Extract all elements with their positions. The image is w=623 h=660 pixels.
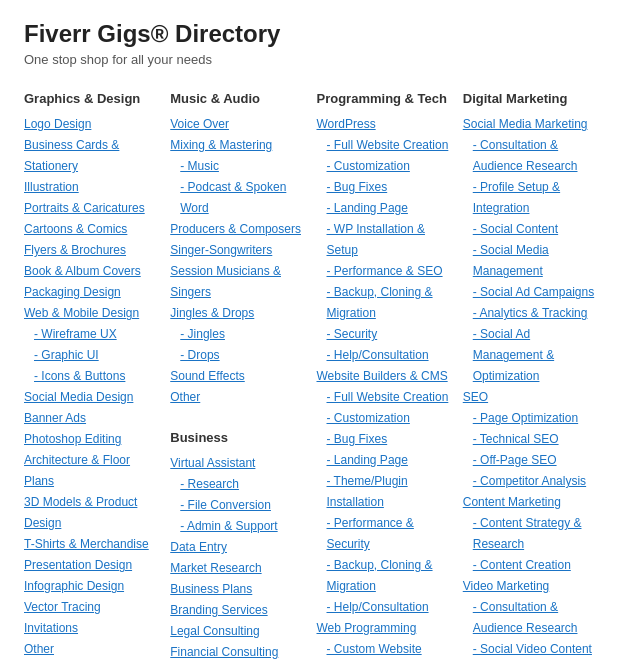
list-item[interactable]: - Music	[170, 156, 306, 177]
list-item[interactable]: - Help/Consultation	[317, 345, 453, 366]
list-item[interactable]: - Social Ad Management & Optimization	[463, 324, 599, 387]
list-item[interactable]: Photoshop Editing	[24, 429, 160, 450]
list-item[interactable]: - Analytics & Tracking	[463, 303, 599, 324]
list-item[interactable]: - Drops	[170, 345, 306, 366]
list-item[interactable]: Banner Ads	[24, 408, 160, 429]
list-item[interactable]: - Performance & SEO	[317, 261, 453, 282]
list-item[interactable]: - Full Website Creation	[317, 135, 453, 156]
list-item[interactable]: Financial Consulting	[170, 642, 306, 660]
section-title-1-0: Music & Audio	[170, 91, 306, 106]
section-3-0: Digital MarketingSocial Media Marketing-…	[463, 91, 599, 660]
list-item[interactable]: Portraits & Caricatures	[24, 198, 160, 219]
list-item[interactable]: - Backup, Cloning & Migration	[317, 282, 453, 324]
list-item[interactable]: Invitations	[24, 618, 160, 639]
list-item[interactable]: - Full Website Creation	[317, 387, 453, 408]
list-item[interactable]: Presentation Design	[24, 555, 160, 576]
list-item[interactable]: Illustration	[24, 177, 160, 198]
section-2-0: Programming & TechWordPress- Full Websit…	[317, 91, 453, 660]
list-item[interactable]: Producers & Composers	[170, 219, 306, 240]
list-item[interactable]: Legal Consulting	[170, 621, 306, 642]
list-item[interactable]: - Landing Page	[317, 198, 453, 219]
list-item[interactable]: Logo Design	[24, 114, 160, 135]
list-item[interactable]: Website Builders & CMS	[317, 366, 453, 387]
list-item[interactable]: - Jingles	[170, 324, 306, 345]
column-3: Digital MarketingSocial Media Marketing-…	[463, 91, 599, 660]
list-item[interactable]: - Social Content	[463, 219, 599, 240]
list-item[interactable]: Market Research	[170, 558, 306, 579]
list-item[interactable]: - Custom Website	[317, 639, 453, 660]
list-item[interactable]: Packaging Design	[24, 282, 160, 303]
list-item[interactable]: Social Media Design	[24, 387, 160, 408]
list-item[interactable]: - Profile Setup & Integration	[463, 177, 599, 219]
list-item[interactable]: Sound Effects	[170, 366, 306, 387]
list-item[interactable]: Mixing & Mastering	[170, 135, 306, 156]
list-item[interactable]: Session Musicians & Singers	[170, 261, 306, 303]
list-item[interactable]: Business Plans	[170, 579, 306, 600]
list-item[interactable]: - Theme/Plugin Installation	[317, 471, 453, 513]
list-item[interactable]: - Social Video Content	[463, 639, 599, 660]
list-item[interactable]: - Landing Page	[317, 450, 453, 471]
list-item[interactable]: - Research	[170, 474, 306, 495]
section-0-0: Graphics & DesignLogo DesignBusiness Car…	[24, 91, 160, 660]
list-item[interactable]: - Technical SEO	[463, 429, 599, 450]
list-item[interactable]: - Backup, Cloning & Migration	[317, 555, 453, 597]
list-item[interactable]: Video Marketing	[463, 576, 599, 597]
list-item[interactable]: WordPress	[317, 114, 453, 135]
list-item[interactable]: 3D Models & Product Design	[24, 492, 160, 534]
list-item[interactable]: Architecture & Floor Plans	[24, 450, 160, 492]
page-subtitle: One stop shop for all your needs	[24, 52, 599, 67]
section-title-1-1: Business	[170, 430, 306, 445]
list-item[interactable]: Branding Services	[170, 600, 306, 621]
list-item[interactable]: - Consultation & Audience Research	[463, 135, 599, 177]
list-item[interactable]: Web Programming	[317, 618, 453, 639]
list-item[interactable]: - Icons & Buttons	[24, 366, 160, 387]
list-item[interactable]: Book & Album Covers	[24, 261, 160, 282]
list-item[interactable]: - Help/Consultation	[317, 597, 453, 618]
section-title-0-0: Graphics & Design	[24, 91, 160, 106]
list-item[interactable]: - Off-Page SEO	[463, 450, 599, 471]
list-item[interactable]: T-Shirts & Merchandise	[24, 534, 160, 555]
list-item[interactable]: Other	[24, 639, 160, 660]
section-1-1: BusinessVirtual Assistant- Research- Fil…	[170, 430, 306, 660]
list-item[interactable]: - Security	[317, 324, 453, 345]
list-item[interactable]: Infographic Design	[24, 576, 160, 597]
list-item[interactable]: Singer-Songwriters	[170, 240, 306, 261]
list-item[interactable]: Business Cards & Stationery	[24, 135, 160, 177]
column-1: Music & AudioVoice OverMixing & Masterin…	[170, 91, 306, 660]
list-item[interactable]: - Competitor Analysis	[463, 471, 599, 492]
list-item[interactable]: - Performance & Security	[317, 513, 453, 555]
list-item[interactable]: - Wireframe UX	[24, 324, 160, 345]
list-item[interactable]: - Page Optimization	[463, 408, 599, 429]
list-item[interactable]: - Social Ad Campaigns	[463, 282, 599, 303]
list-item[interactable]: Data Entry	[170, 537, 306, 558]
list-item[interactable]: - Bug Fixes	[317, 177, 453, 198]
list-item[interactable]: Voice Over	[170, 114, 306, 135]
list-item[interactable]: Cartoons & Comics	[24, 219, 160, 240]
list-item[interactable]: Flyers & Brochures	[24, 240, 160, 261]
list-item[interactable]: - Content Strategy & Research	[463, 513, 599, 555]
list-item[interactable]: - Consultation & Audience Research	[463, 597, 599, 639]
list-item[interactable]: - WP Installation & Setup	[317, 219, 453, 261]
list-item[interactable]: Social Media Marketing	[463, 114, 599, 135]
list-item[interactable]: Virtual Assistant	[170, 453, 306, 474]
section-title-2-0: Programming & Tech	[317, 91, 453, 106]
list-item[interactable]: - Graphic UI	[24, 345, 160, 366]
list-item[interactable]: Web & Mobile Design	[24, 303, 160, 324]
list-item[interactable]: - Social Media Management	[463, 240, 599, 282]
list-item[interactable]: Content Marketing	[463, 492, 599, 513]
list-item[interactable]: - Podcast & Spoken Word	[170, 177, 306, 219]
list-item[interactable]: - Admin & Support	[170, 516, 306, 537]
list-item[interactable]: Other	[170, 387, 306, 408]
list-item[interactable]: Vector Tracing	[24, 597, 160, 618]
list-item[interactable]: - Customization	[317, 156, 453, 177]
list-item[interactable]: SEO	[463, 387, 599, 408]
column-2: Programming & TechWordPress- Full Websit…	[317, 91, 453, 660]
page-title: Fiverr Gigs® Directory	[24, 20, 599, 48]
list-item[interactable]: - File Conversion	[170, 495, 306, 516]
column-0: Graphics & DesignLogo DesignBusiness Car…	[24, 91, 160, 660]
list-item[interactable]: - Bug Fixes	[317, 429, 453, 450]
list-item[interactable]: Jingles & Drops	[170, 303, 306, 324]
section-title-3-0: Digital Marketing	[463, 91, 599, 106]
list-item[interactable]: - Customization	[317, 408, 453, 429]
list-item[interactable]: - Content Creation	[463, 555, 599, 576]
